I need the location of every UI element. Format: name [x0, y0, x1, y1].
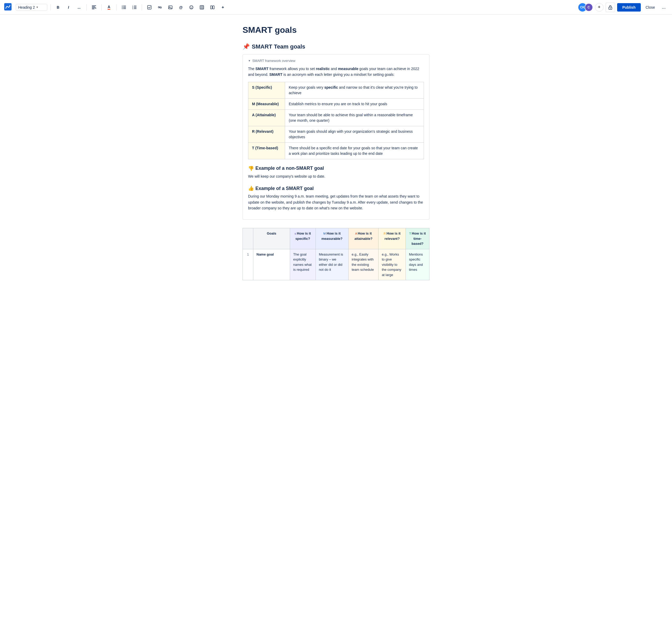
close-button[interactable]: Close	[643, 4, 657, 11]
svg-rect-29	[211, 6, 212, 9]
svg-rect-7	[123, 6, 126, 6]
app-logo	[4, 3, 11, 11]
section1-heading-text: SMART Team goals	[252, 43, 305, 50]
svg-rect-1	[92, 5, 96, 6]
heading-select-label: Heading 2	[18, 5, 35, 9]
toolbar-divider-2	[86, 4, 87, 10]
toolbar-divider-4	[116, 4, 117, 10]
goals-column-header-5: R How is it relevant?	[379, 228, 406, 249]
expand-intro: The SMART framework allows you to set re…	[248, 66, 424, 78]
svg-point-23	[192, 6, 192, 7]
goals-column-header-0	[243, 228, 253, 249]
svg-rect-18	[147, 5, 151, 9]
avatar-c: C	[584, 3, 593, 11]
svg-text:3.: 3.	[132, 8, 134, 9]
smart-text: During our Monday morning 9 a.m. team me…	[248, 193, 424, 211]
goals-cell-measurable: Measurement is binary – we either did or…	[315, 249, 348, 280]
smart-table-row: M (Measurable) Establish metrics to ensu…	[248, 98, 424, 109]
chevron-down-icon: ▼	[36, 6, 39, 9]
non-smart-heading-text: Example of a non-SMART goal	[256, 166, 324, 171]
text-color-button[interactable]: A	[105, 3, 113, 11]
image-button[interactable]	[166, 3, 174, 11]
bullet-list-button[interactable]	[120, 3, 128, 11]
goals-table-row: 1Name goalThe goal explicitly names what…	[243, 249, 429, 280]
emoji-button[interactable]	[187, 3, 196, 11]
non-smart-heading: 👎 Example of a non-SMART goal	[248, 166, 424, 171]
expand-title: SMART framework overview	[252, 59, 295, 63]
goals-column-header-1: Goals	[253, 228, 290, 249]
smart-icon: 👍	[248, 185, 254, 191]
goals-cell-relevant: e.g., Works to give visibility to the co…	[379, 249, 406, 280]
svg-point-8	[122, 7, 123, 8]
svg-rect-11	[123, 8, 126, 9]
toolbar-divider-3	[101, 4, 102, 10]
svg-rect-30	[213, 6, 214, 9]
goals-column-header-2: s How is it specific?	[290, 228, 316, 249]
smart-description: There should be a specific end date for …	[285, 143, 424, 159]
smart-letter: R (Relevant)	[248, 126, 285, 143]
more-options-button[interactable]: ...	[660, 3, 668, 11]
smart-description: Establish metrics to ensure you are on t…	[285, 98, 424, 109]
svg-point-22	[191, 6, 191, 7]
svg-rect-4	[92, 9, 95, 9]
task-button[interactable]	[145, 3, 153, 11]
svg-rect-15	[134, 7, 137, 8]
svg-rect-13	[134, 6, 137, 6]
smart-letter: A (Attainable)	[248, 109, 285, 126]
svg-point-20	[169, 6, 170, 7]
goals-cell-goals: Name goal	[253, 249, 290, 280]
smart-description: Your team should be able to achieve this…	[285, 109, 424, 126]
smart-letter: S (Specific)	[248, 82, 285, 98]
table-button[interactable]	[198, 3, 206, 11]
expand-box: ▼ SMART framework overview The SMART fra…	[243, 54, 429, 220]
align-button[interactable]	[90, 3, 98, 11]
smart-table-row: S (Specific) Keep your goals very specif…	[248, 82, 424, 98]
smart-description: Your team goals should align with your o…	[285, 126, 424, 143]
section1-icon: 📌	[243, 43, 250, 50]
smart-table-row: A (Attainable) Your team should be able …	[248, 109, 424, 126]
more-insert-button[interactable]: +	[219, 3, 227, 11]
smart-table-row: R (Relevant) Your team goals should alig…	[248, 126, 424, 143]
link-button[interactable]	[156, 3, 164, 11]
toolbar: Heading 2 ▼ B I ... A 1.2.3. @	[0, 0, 672, 15]
italic-button[interactable]: I	[64, 3, 73, 11]
mention-button[interactable]: @	[177, 3, 185, 11]
goals-column-header-6: T How is it time-based?	[406, 228, 429, 249]
goals-table: Goalss How is it specific?M How is it me…	[243, 228, 429, 280]
svg-point-32	[610, 8, 610, 9]
toolbar-divider-1	[50, 4, 51, 10]
bold-button[interactable]: B	[54, 3, 62, 11]
goals-table-wrap: Goalss How is it specific?M How is it me…	[243, 228, 429, 280]
page-title: SMART goals	[243, 25, 429, 35]
goals-cell-num: 1	[243, 249, 253, 280]
goals-cell-timebased: Mentions specific days and times	[406, 249, 429, 280]
smart-letter: T (Time-based)	[248, 143, 285, 159]
expand-title-row[interactable]: ▼ SMART framework overview	[248, 59, 424, 63]
svg-rect-24	[200, 5, 204, 9]
ordered-list-button[interactable]: 1.2.3.	[130, 3, 139, 11]
text-color-icon: A	[107, 5, 110, 10]
section1-heading: 📌 SMART Team goals	[243, 43, 429, 50]
goals-cell-attainable: e.g., Easily integrates with the existin…	[348, 249, 379, 280]
heading-format-select[interactable]: Heading 2 ▼	[16, 4, 47, 11]
svg-point-21	[190, 5, 193, 9]
svg-point-6	[122, 5, 123, 6]
smart-heading-text: Example of a SMART goal	[256, 186, 314, 191]
non-smart-section: 👎 Example of a non-SMART goal We will ke…	[248, 166, 424, 179]
layout-button[interactable]	[208, 3, 217, 11]
goals-column-header-3: M How is it measurable?	[315, 228, 348, 249]
expand-content: The SMART framework allows you to set re…	[248, 66, 424, 211]
smart-section: 👍 Example of a SMART goal During our Mon…	[248, 185, 424, 211]
smart-description: Keep your goals very specific and narrow…	[285, 82, 424, 98]
toolbar-divider-5	[142, 4, 142, 10]
goals-cell-specific: The goal explicitly names what is requir…	[290, 249, 316, 280]
lock-button[interactable]	[606, 3, 615, 12]
svg-rect-17	[134, 8, 137, 9]
more-format-button[interactable]: ...	[75, 3, 83, 11]
svg-marker-5	[95, 8, 96, 9]
smart-table-row: T (Time-based) There should be a specifi…	[248, 143, 424, 159]
non-smart-text: We will keep our company's website up to…	[248, 173, 424, 179]
publish-button[interactable]: Publish	[617, 3, 641, 11]
smart-table: S (Specific) Keep your goals very specif…	[248, 82, 424, 159]
add-collaborator-button[interactable]: +	[595, 3, 603, 11]
